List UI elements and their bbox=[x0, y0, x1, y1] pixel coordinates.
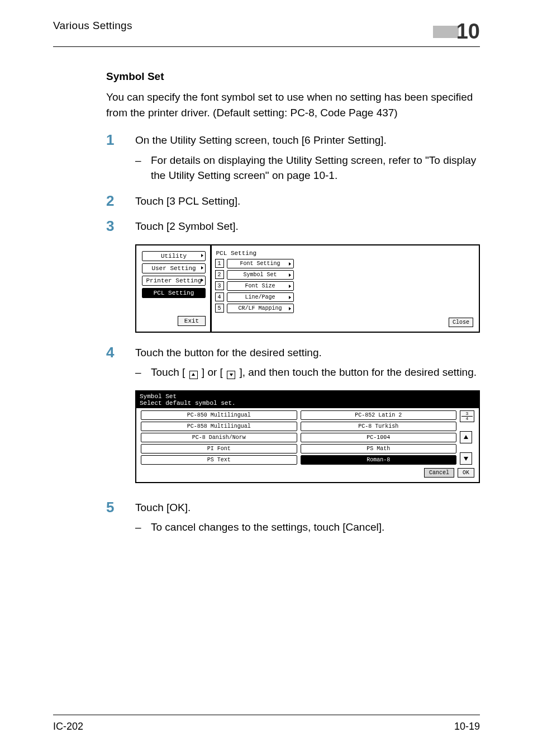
step-1: 1 On the Utility Setting screen, touch [… bbox=[106, 133, 480, 183]
step-number: 3 bbox=[106, 219, 135, 234]
chapter-indicator: 10 bbox=[433, 20, 480, 44]
symbol-set-panel: Symbol Set Select default symbol set. PC… bbox=[135, 390, 480, 483]
breadcrumb-column: Utility User Setting Printer Setting PCL… bbox=[141, 250, 208, 327]
panel2-title: Symbol Set bbox=[140, 393, 475, 400]
step-5-sub: To cancel changes to the settings, touch… bbox=[151, 519, 480, 535]
menu-number: 1 bbox=[215, 259, 224, 268]
step-4-sub: Touch [ ] or [ ], and then touch the but… bbox=[151, 365, 480, 380]
svg-marker-1 bbox=[230, 374, 233, 376]
sym-pifont[interactable]: PI Font bbox=[141, 444, 297, 453]
menu-list: 1 Font Setting 2 Symbol Set 3 Font Size bbox=[215, 259, 475, 313]
step-4-sub-after: ], and then touch the button for the des… bbox=[239, 366, 477, 378]
page-total: 4 bbox=[461, 416, 473, 421]
step-3: 3 Touch [2 Symbol Set]. bbox=[106, 219, 480, 234]
menu-row: 1 Font Setting bbox=[215, 259, 475, 268]
pcl-setting-panel: Utility User Setting Printer Setting PCL… bbox=[135, 244, 480, 333]
crumb-utility[interactable]: Utility bbox=[142, 251, 206, 261]
chapter-block-bg bbox=[433, 26, 459, 38]
footer-left: IC-202 bbox=[53, 721, 83, 733]
menu-crlf-mapping[interactable]: CR/LF Mapping bbox=[227, 304, 294, 313]
menu-number: 5 bbox=[215, 304, 224, 313]
arrow-up-icon bbox=[189, 371, 198, 379]
page-indicator: 3 4 bbox=[460, 410, 474, 422]
menu-row: 5 CR/LF Mapping bbox=[215, 304, 475, 313]
step-2: 2 Touch [3 PCL Setting]. bbox=[106, 193, 480, 209]
step-1-sub: For details on displaying the Utility Se… bbox=[151, 153, 480, 183]
sym-pc8dn[interactable]: PC-8 Danish/Norw bbox=[141, 433, 297, 442]
chapter-number: 10 bbox=[456, 20, 480, 44]
svg-marker-3 bbox=[464, 457, 468, 461]
step-number: 2 bbox=[106, 193, 135, 209]
crumb-pcl-setting[interactable]: PCL Setting bbox=[142, 288, 206, 298]
arrow-down-icon bbox=[227, 371, 235, 379]
step-number: 1 bbox=[106, 133, 135, 183]
sym-pc852[interactable]: PC-852 Latin 2 bbox=[301, 410, 457, 420]
step-number: 4 bbox=[106, 345, 135, 380]
footer-right: 10-19 bbox=[454, 721, 480, 733]
sub-dash: – bbox=[135, 153, 151, 183]
menu-row: 4 Line/Page bbox=[215, 292, 475, 302]
menu-font-setting[interactable]: Font Setting bbox=[227, 259, 294, 268]
section-title: Symbol Set bbox=[106, 70, 480, 83]
step-1-text: On the Utility Setting screen, touch [6 … bbox=[135, 133, 480, 148]
menu-symbol-set[interactable]: Symbol Set bbox=[227, 270, 294, 280]
sub-dash: – bbox=[135, 365, 151, 380]
symbol-set-panel-wrap: Symbol Set Select default symbol set. PC… bbox=[135, 390, 480, 483]
sub-dash: – bbox=[135, 519, 151, 535]
page-header-title: Various Settings bbox=[53, 20, 132, 32]
exit-button[interactable]: Exit bbox=[178, 316, 206, 326]
menu-font-size[interactable]: Font Size bbox=[227, 281, 294, 291]
header-divider bbox=[53, 46, 480, 47]
panel-title: PCL Setting bbox=[215, 250, 475, 257]
sym-pc850[interactable]: PC-850 Multilingual bbox=[141, 410, 297, 420]
menu-line-page[interactable]: Line/Page bbox=[227, 292, 294, 302]
section-intro: You can specify the font symbol set to u… bbox=[106, 89, 480, 120]
sym-pc8t[interactable]: PC-8 Turkish bbox=[301, 422, 457, 431]
symbol-set-grid: PC-850 Multilingual PC-852 Latin 2 PC-85… bbox=[141, 410, 456, 465]
sym-pc1004[interactable]: PC-1004 bbox=[301, 433, 457, 442]
step-4-sub-mid: ] or [ bbox=[202, 366, 226, 378]
cancel-button[interactable]: Cancel bbox=[424, 468, 454, 478]
step-5-text: Touch [OK]. bbox=[135, 500, 480, 516]
panel2-subtitle: Select default symbol set. bbox=[140, 400, 475, 407]
step-4-text: Touch the button for the desired setting… bbox=[135, 345, 480, 361]
step-3-text: Touch [2 Symbol Set]. bbox=[135, 219, 480, 234]
panel2-scroll-column: 3 4 bbox=[460, 410, 474, 465]
sym-roman8[interactable]: Roman-8 bbox=[301, 455, 457, 465]
step-4: 4 Touch the button for the desired setti… bbox=[106, 345, 480, 380]
step-5: 5 Touch [OK]. – To cancel changes to the… bbox=[106, 500, 480, 535]
page-footer: IC-202 10-19 bbox=[53, 715, 480, 733]
arrow-up-icon bbox=[463, 434, 469, 440]
menu-number: 2 bbox=[215, 270, 224, 279]
ok-button[interactable]: OK bbox=[458, 468, 474, 478]
scroll-up-button[interactable] bbox=[460, 431, 472, 443]
crumb-user-setting[interactable]: User Setting bbox=[142, 263, 206, 273]
step-2-text: Touch [3 PCL Setting]. bbox=[135, 193, 480, 209]
pcl-setting-panel-wrap: Utility User Setting Printer Setting PCL… bbox=[135, 244, 480, 333]
sym-pstext[interactable]: PS Text bbox=[141, 455, 297, 465]
sym-pc858[interactable]: PC-858 Multilingual bbox=[141, 422, 297, 431]
step-number: 5 bbox=[106, 500, 135, 535]
crumb-printer-setting[interactable]: Printer Setting bbox=[142, 276, 206, 286]
page-current: 3 bbox=[461, 412, 473, 416]
menu-row: 3 Font Size bbox=[215, 281, 475, 291]
svg-marker-0 bbox=[192, 373, 195, 376]
sym-psmath[interactable]: PS Math bbox=[301, 444, 457, 453]
svg-marker-2 bbox=[464, 435, 468, 439]
menu-row: 2 Symbol Set bbox=[215, 270, 475, 280]
step-4-sub-before: Touch [ bbox=[151, 366, 188, 378]
panel-divider bbox=[210, 245, 212, 332]
menu-number: 3 bbox=[215, 281, 224, 290]
panel2-header: Symbol Set Select default symbol set. bbox=[136, 391, 479, 408]
scroll-down-button[interactable] bbox=[460, 452, 472, 465]
close-button[interactable]: Close bbox=[449, 318, 473, 327]
menu-number: 4 bbox=[215, 292, 224, 301]
arrow-down-icon bbox=[463, 456, 469, 461]
